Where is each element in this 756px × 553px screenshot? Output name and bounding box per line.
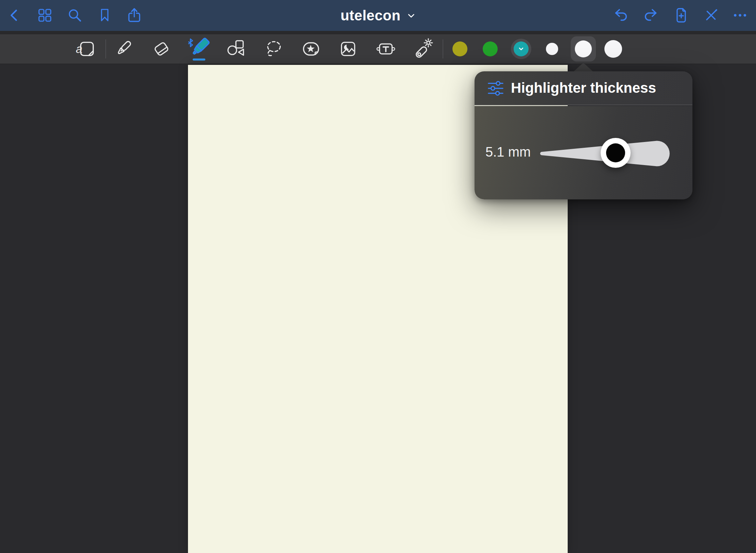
elements-sticker-icon	[300, 38, 322, 60]
sparkle-rays	[424, 39, 432, 47]
thickness-value-label: 5.1 mm	[485, 144, 531, 160]
tool-zoom-window[interactable]: a	[73, 36, 99, 62]
pages-overview-button[interactable]	[36, 6, 54, 24]
tool-text[interactable]	[373, 36, 399, 62]
thickness-preview-dot	[606, 143, 625, 162]
tool-pen[interactable]	[111, 36, 137, 62]
grid-icon	[37, 7, 53, 23]
zoom-window-icon: a	[75, 38, 96, 59]
lasso-icon	[263, 38, 284, 59]
selected-color-circle	[514, 41, 529, 56]
tool-laser-pointer[interactable]	[410, 36, 436, 62]
redo-icon	[642, 7, 658, 23]
popover-body: 5.1 mm	[475, 106, 692, 199]
tool-eraser[interactable]	[149, 36, 174, 62]
toolbar-divider	[443, 39, 443, 58]
tool-lasso[interactable]	[261, 36, 287, 62]
undo-button[interactable]	[613, 6, 630, 24]
more-button[interactable]	[731, 6, 749, 24]
selected-tool-underline	[193, 58, 205, 60]
popover-title: Highlighter thickness	[475, 80, 692, 96]
stylus-toggle-button[interactable]	[702, 6, 720, 24]
thickness-preset-medium-selected[interactable]	[571, 36, 596, 61]
tool-elements[interactable]	[298, 36, 324, 62]
tool-highlighter[interactable]	[186, 36, 212, 62]
highlighter-thickness-popover: Highlighter thickness 5.1 mm	[475, 71, 692, 199]
bluetooth-icon	[189, 39, 192, 47]
popover-arrow	[572, 63, 594, 72]
redo-button[interactable]	[641, 6, 659, 24]
color-swatch-olive[interactable]	[452, 41, 467, 56]
color-swatch-teal-selected[interactable]	[511, 39, 531, 59]
bookmark-button[interactable]	[96, 6, 114, 24]
text-icon	[375, 38, 396, 59]
sliders-adjust-icon	[487, 79, 504, 97]
popover-header: Highlighter thickness	[475, 71, 692, 105]
share-button[interactable]	[125, 6, 143, 24]
stylus-crossed-icon	[703, 7, 719, 23]
toolbar-divider	[105, 39, 106, 58]
tool-bar: a	[0, 34, 756, 64]
document-title-button[interactable]: utelecon	[341, 0, 416, 31]
undo-icon	[613, 7, 630, 23]
thickness-preset-thin[interactable]	[546, 43, 558, 55]
highlighter-icon	[187, 37, 211, 61]
color-swatch-green[interactable]	[483, 41, 498, 56]
thickness-slider-knob[interactable]	[601, 138, 631, 168]
chevron-down-icon	[518, 46, 525, 52]
add-page-icon	[673, 7, 689, 23]
tool-shapes[interactable]	[223, 36, 248, 62]
toolbar-region: a	[0, 31, 756, 65]
chevron-down-icon	[407, 11, 415, 20]
laser-pointer-icon	[412, 38, 434, 60]
search-icon	[67, 7, 83, 23]
back-button[interactable]	[5, 6, 23, 24]
thickness-dot	[575, 40, 592, 57]
ellipsis-icon	[732, 7, 748, 23]
navigation-bar: utelecon	[0, 0, 756, 31]
share-icon	[126, 7, 142, 23]
shapes-icon	[225, 38, 246, 59]
thickness-preset-thick[interactable]	[604, 40, 622, 58]
add-page-button[interactable]	[672, 6, 690, 24]
svg-text:a: a	[76, 42, 82, 55]
tool-image[interactable]	[335, 36, 361, 62]
document-title: utelecon	[341, 7, 401, 24]
eraser-icon	[151, 38, 172, 59]
image-icon	[338, 38, 359, 59]
back-chevron-icon	[6, 7, 22, 23]
bookmark-icon	[97, 7, 113, 23]
search-button[interactable]	[66, 6, 84, 24]
star-glyph	[307, 45, 315, 52]
pen-icon	[113, 38, 134, 59]
